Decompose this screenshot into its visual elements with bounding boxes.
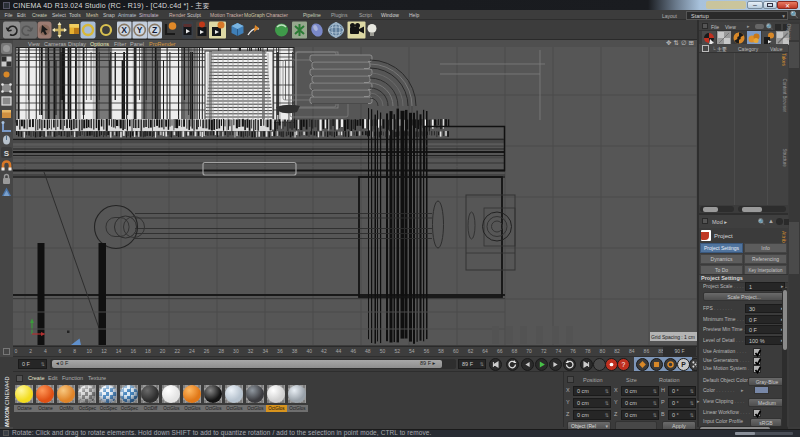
svg-text:?: ? xyxy=(622,361,626,368)
svg-text:X: X xyxy=(121,25,127,35)
svg-text:Grid Spacing : 1 cm: Grid Spacing : 1 cm xyxy=(651,334,695,340)
svg-text:S: S xyxy=(4,149,10,158)
svg-text:Y: Y xyxy=(137,25,143,35)
svg-text:P: P xyxy=(681,361,686,368)
svg-text:Z: Z xyxy=(152,25,157,35)
